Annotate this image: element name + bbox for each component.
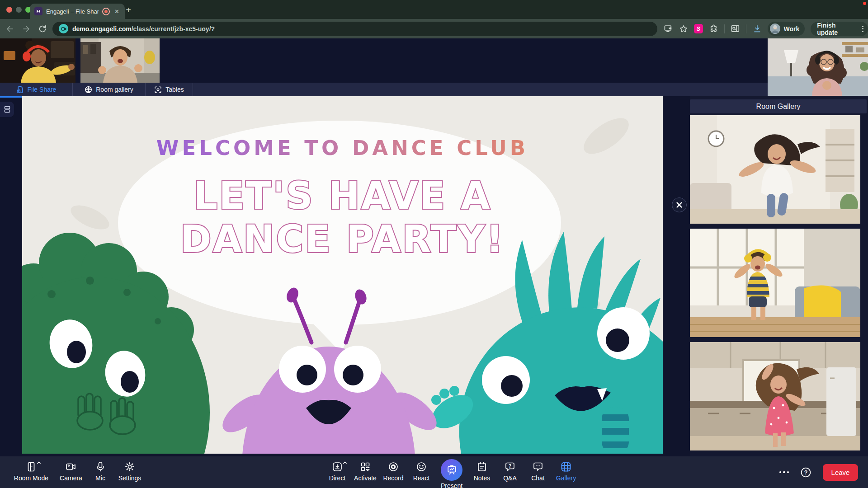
back-icon[interactable] [5,24,14,33]
chat-bubble-icon [532,461,544,473]
mic-button[interactable]: Mic [90,460,111,482]
chevron-up-icon [343,461,347,465]
browser-menu-icon[interactable] [861,26,864,32]
download-icon[interactable] [752,24,762,34]
tab-title: Engageli – File Share [46,8,99,15]
install-app-icon[interactable] [664,24,673,33]
content-tab-bar: File Share Room gallery Tables [0,83,768,96]
gallery-video-3[interactable] [690,342,860,450]
thumbnail-panel-toggle[interactable] [0,102,14,117]
settings-button[interactable]: Settings [114,460,146,482]
profile-chip[interactable]: Work [768,22,805,36]
svg-text:?: ? [804,469,808,475]
profile-label: Work [783,25,799,33]
chevron-up-icon [37,461,41,465]
leave-button[interactable]: Leave [823,464,858,481]
presenter-video[interactable] [768,38,868,96]
gear-icon [124,461,136,473]
camera-button[interactable]: Camera [55,460,87,482]
browser-tab[interactable]: Engageli – File Share ✕ [30,4,125,19]
engageli-app: File Share Room gallery Tables [0,38,868,488]
activate-button[interactable]: Activate [352,460,379,482]
question-bubble-icon: ? [504,461,516,473]
avatar [770,23,780,34]
tab-file-share[interactable]: File Share [0,83,73,96]
direct-button[interactable]: Direct [324,460,351,482]
tab-tables[interactable]: Tables [146,83,193,96]
tab-room-gallery[interactable]: Room gallery [73,83,146,96]
gallery-video-1[interactable] [690,115,860,224]
gallery-video-2[interactable] [690,229,860,337]
close-window-button[interactable] [6,7,12,13]
browser-tabstrip: Engageli – File Share ✕ + [0,0,868,19]
svg-text:?: ? [509,464,511,469]
room-gallery-panel: Room Gallery [690,96,868,456]
reload-icon[interactable] [38,24,47,33]
room-mode-door-icon [25,461,37,473]
direct-message-icon [331,461,343,473]
divider [746,24,746,33]
recording-indicator-icon [102,8,110,15]
present-circle[interactable] [441,459,462,481]
url-text: demo.engageli.com/class/current/jzb-xc5-… [72,25,215,33]
meeting-toolbar: Room Mode Camera Mic Settings [0,456,868,488]
qa-button[interactable]: ? Q&A [496,460,524,482]
extension-badge[interactable]: S [694,24,703,33]
tab-close-icon[interactable]: ✕ [113,8,120,15]
notes-button[interactable]: Notes [468,460,495,482]
present-board-icon [446,465,458,476]
present-button[interactable]: Present [436,460,467,488]
participant-video-2[interactable] [80,38,160,83]
gallery-button[interactable]: Gallery [552,460,580,482]
slide-subtitle-line1: LET'S HAVE A [22,174,663,218]
record-icon [387,461,399,473]
camera-icon [65,461,77,473]
room-gallery-title: Room Gallery [690,99,867,113]
mic-icon [94,461,106,473]
finish-update-button[interactable]: Finish update [811,22,868,36]
qr-code-icon [359,461,371,473]
bookmark-star-icon[interactable] [679,24,688,33]
engageli-favicon [34,7,42,15]
side-panel-search-icon[interactable] [731,24,740,33]
room-mode-button[interactable]: Room Mode [10,460,52,482]
chat-button[interactable]: Chat [524,460,552,482]
notes-icon [476,461,488,473]
record-button[interactable]: Record [380,460,407,482]
slide-subtitle-line2: DANCE PARTY! [22,217,663,261]
site-camera-icon[interactable] [59,24,68,33]
forward-icon[interactable] [22,24,31,33]
minimize-window-button[interactable] [16,7,22,13]
help-button[interactable]: ? [800,466,812,479]
close-panel-button[interactable] [672,197,687,212]
divider [724,24,725,33]
browser-toolbar: demo.engageli.com/class/current/jzb-xc5-… [0,19,868,38]
window-controls[interactable] [6,7,31,13]
gallery-grid-icon [560,461,572,473]
screen: Engageli – File Share ✕ + demo.engageli.… [0,0,868,488]
slide-title: WELCOME TO DANCE CLUB [22,136,663,160]
react-button[interactable]: React [408,460,435,482]
extensions-puzzle-icon[interactable] [709,24,718,33]
address-bar[interactable]: demo.engageli.com/class/current/jzb-xc5-… [52,22,657,36]
shared-slide: WELCOME TO DANCE CLUB LET'S HAVE A DANCE… [22,96,663,454]
smiley-icon [415,461,427,473]
more-options-button[interactable] [779,471,789,474]
screen-recording-dot [863,2,866,5]
participant-video-1[interactable] [0,38,75,83]
new-tab-button[interactable]: + [123,5,134,15]
